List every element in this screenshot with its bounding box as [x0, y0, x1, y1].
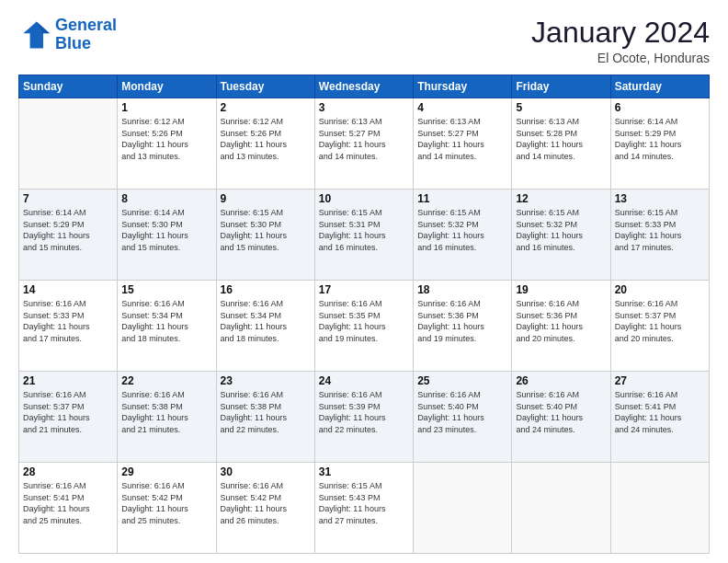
day-number: 12	[516, 192, 606, 205]
day-detail: Sunrise: 6:16 AMSunset: 5:38 PMDaylight:…	[121, 389, 211, 435]
day-number: 15	[121, 283, 211, 296]
table-row: 29Sunrise: 6:16 AMSunset: 5:42 PMDayligh…	[118, 463, 216, 554]
day-number: 31	[319, 465, 409, 478]
table-row: 19Sunrise: 6:16 AMSunset: 5:36 PMDayligh…	[512, 281, 610, 372]
table-row: 16Sunrise: 6:16 AMSunset: 5:34 PMDayligh…	[216, 281, 314, 372]
day-number: 14	[23, 283, 113, 296]
col-sunday: Sunday	[19, 75, 118, 98]
logo-general: General	[55, 16, 117, 34]
day-detail: Sunrise: 6:16 AMSunset: 5:36 PMDaylight:…	[417, 298, 507, 344]
day-detail: Sunrise: 6:16 AMSunset: 5:37 PMDaylight:…	[23, 389, 113, 435]
day-number: 9	[221, 192, 311, 205]
day-detail: Sunrise: 6:16 AMSunset: 5:34 PMDaylight:…	[221, 298, 311, 344]
table-row	[610, 463, 709, 554]
day-detail: Sunrise: 6:14 AMSunset: 5:29 PMDaylight:…	[23, 207, 113, 253]
table-row: 5Sunrise: 6:13 AMSunset: 5:28 PMDaylight…	[512, 98, 610, 190]
table-row: 7Sunrise: 6:14 AMSunset: 5:29 PMDaylight…	[19, 190, 118, 281]
day-detail: Sunrise: 6:13 AMSunset: 5:27 PMDaylight:…	[319, 116, 409, 162]
table-row: 8Sunrise: 6:14 AMSunset: 5:30 PMDaylight…	[118, 190, 216, 281]
day-detail: Sunrise: 6:15 AMSunset: 5:32 PMDaylight:…	[417, 207, 507, 253]
day-detail: Sunrise: 6:12 AMSunset: 5:26 PMDaylight:…	[221, 116, 311, 162]
day-detail: Sunrise: 6:16 AMSunset: 5:38 PMDaylight:…	[221, 389, 311, 435]
day-detail: Sunrise: 6:16 AMSunset: 5:40 PMDaylight:…	[417, 389, 507, 435]
table-row: 12Sunrise: 6:15 AMSunset: 5:32 PMDayligh…	[512, 190, 610, 281]
day-number: 26	[516, 374, 606, 387]
header: General Blue January 2024 El Ocote, Hond…	[18, 17, 710, 65]
table-row: 23Sunrise: 6:16 AMSunset: 5:38 PMDayligh…	[216, 372, 314, 463]
svg-marker-0	[23, 21, 50, 48]
table-row: 3Sunrise: 6:13 AMSunset: 5:27 PMDaylight…	[314, 98, 413, 190]
day-number: 1	[121, 101, 211, 114]
table-row: 25Sunrise: 6:16 AMSunset: 5:40 PMDayligh…	[414, 372, 512, 463]
day-detail: Sunrise: 6:16 AMSunset: 5:36 PMDaylight:…	[516, 298, 606, 344]
location: El Ocote, Honduras	[531, 51, 710, 65]
day-detail: Sunrise: 6:13 AMSunset: 5:28 PMDaylight:…	[516, 116, 606, 162]
day-detail: Sunrise: 6:15 AMSunset: 5:30 PMDaylight:…	[221, 207, 311, 253]
logo-text: General Blue	[55, 17, 117, 53]
table-row: 13Sunrise: 6:15 AMSunset: 5:33 PMDayligh…	[610, 190, 709, 281]
day-number: 19	[516, 283, 606, 296]
day-number: 17	[319, 283, 409, 296]
day-number: 5	[516, 101, 606, 114]
day-detail: Sunrise: 6:16 AMSunset: 5:33 PMDaylight:…	[23, 298, 113, 344]
day-number: 21	[23, 374, 113, 387]
day-number: 22	[121, 374, 211, 387]
table-row: 30Sunrise: 6:16 AMSunset: 5:42 PMDayligh…	[216, 463, 314, 554]
col-thursday: Thursday	[414, 75, 512, 98]
day-detail: Sunrise: 6:15 AMSunset: 5:43 PMDaylight:…	[319, 480, 409, 526]
day-detail: Sunrise: 6:16 AMSunset: 5:42 PMDaylight:…	[121, 480, 211, 526]
day-detail: Sunrise: 6:15 AMSunset: 5:32 PMDaylight:…	[516, 207, 606, 253]
day-number: 3	[319, 101, 409, 114]
table-row: 28Sunrise: 6:16 AMSunset: 5:41 PMDayligh…	[19, 463, 118, 554]
day-number: 29	[121, 465, 211, 478]
table-row: 6Sunrise: 6:14 AMSunset: 5:29 PMDaylight…	[610, 98, 709, 190]
col-monday: Monday	[118, 75, 216, 98]
day-detail: Sunrise: 6:14 AMSunset: 5:29 PMDaylight:…	[615, 116, 705, 162]
table-row: 9Sunrise: 6:15 AMSunset: 5:30 PMDaylight…	[216, 190, 314, 281]
day-number: 27	[615, 374, 705, 387]
table-row: 15Sunrise: 6:16 AMSunset: 5:34 PMDayligh…	[118, 281, 216, 372]
table-row: 11Sunrise: 6:15 AMSunset: 5:32 PMDayligh…	[414, 190, 512, 281]
table-row: 26Sunrise: 6:16 AMSunset: 5:40 PMDayligh…	[512, 372, 610, 463]
calendar-header-row: Sunday Monday Tuesday Wednesday Thursday…	[19, 75, 710, 98]
day-number: 18	[417, 283, 507, 296]
table-row: 2Sunrise: 6:12 AMSunset: 5:26 PMDaylight…	[216, 98, 314, 190]
day-detail: Sunrise: 6:16 AMSunset: 5:40 PMDaylight:…	[516, 389, 606, 435]
table-row	[512, 463, 610, 554]
day-detail: Sunrise: 6:16 AMSunset: 5:41 PMDaylight:…	[615, 389, 705, 435]
table-row: 27Sunrise: 6:16 AMSunset: 5:41 PMDayligh…	[610, 372, 709, 463]
table-row: 21Sunrise: 6:16 AMSunset: 5:37 PMDayligh…	[19, 372, 118, 463]
month-title: January 2024	[531, 17, 710, 49]
day-number: 13	[615, 192, 705, 205]
table-row: 31Sunrise: 6:15 AMSunset: 5:43 PMDayligh…	[314, 463, 413, 554]
table-row: 1Sunrise: 6:12 AMSunset: 5:26 PMDaylight…	[118, 98, 216, 190]
day-number: 8	[121, 192, 211, 205]
col-saturday: Saturday	[610, 75, 709, 98]
day-detail: Sunrise: 6:16 AMSunset: 5:39 PMDaylight:…	[319, 389, 409, 435]
day-number: 20	[615, 283, 705, 296]
day-number: 16	[221, 283, 311, 296]
table-row: 24Sunrise: 6:16 AMSunset: 5:39 PMDayligh…	[314, 372, 413, 463]
page: General Blue January 2024 El Ocote, Hond…	[0, 0, 728, 563]
col-friday: Friday	[512, 75, 610, 98]
table-row: 18Sunrise: 6:16 AMSunset: 5:36 PMDayligh…	[414, 281, 512, 372]
table-row: 10Sunrise: 6:15 AMSunset: 5:31 PMDayligh…	[314, 190, 413, 281]
day-detail: Sunrise: 6:16 AMSunset: 5:35 PMDaylight:…	[319, 298, 409, 344]
logo-icon	[18, 18, 51, 52]
table-row: 20Sunrise: 6:16 AMSunset: 5:37 PMDayligh…	[610, 281, 709, 372]
table-row	[19, 98, 118, 190]
table-row: 17Sunrise: 6:16 AMSunset: 5:35 PMDayligh…	[314, 281, 413, 372]
day-detail: Sunrise: 6:12 AMSunset: 5:26 PMDaylight:…	[121, 116, 211, 162]
day-number: 24	[319, 374, 409, 387]
day-detail: Sunrise: 6:15 AMSunset: 5:33 PMDaylight:…	[615, 207, 705, 253]
logo: General Blue	[18, 17, 117, 53]
table-row	[414, 463, 512, 554]
day-detail: Sunrise: 6:13 AMSunset: 5:27 PMDaylight:…	[417, 116, 507, 162]
day-detail: Sunrise: 6:14 AMSunset: 5:30 PMDaylight:…	[121, 207, 211, 253]
calendar-table: Sunday Monday Tuesday Wednesday Thursday…	[18, 75, 710, 554]
day-detail: Sunrise: 6:16 AMSunset: 5:34 PMDaylight:…	[121, 298, 211, 344]
col-wednesday: Wednesday	[314, 75, 413, 98]
day-detail: Sunrise: 6:16 AMSunset: 5:41 PMDaylight:…	[23, 480, 113, 526]
day-detail: Sunrise: 6:16 AMSunset: 5:37 PMDaylight:…	[615, 298, 705, 344]
day-number: 6	[615, 101, 705, 114]
